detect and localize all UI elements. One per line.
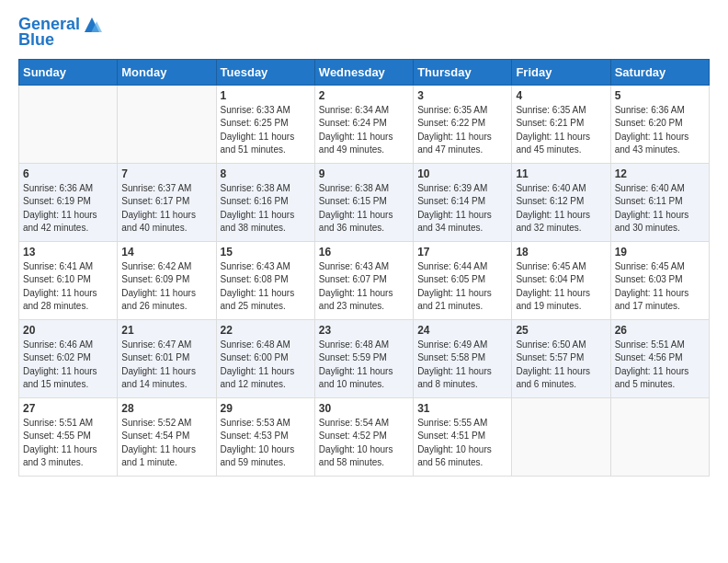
calendar-cell: [512, 397, 610, 476]
calendar-cell: 9Sunrise: 6:38 AM Sunset: 6:15 PM Daylig…: [314, 163, 413, 241]
calendar-cell: 16Sunrise: 6:43 AM Sunset: 6:07 PM Dayli…: [314, 241, 413, 319]
calendar-cell: 6Sunrise: 6:36 AM Sunset: 6:19 PM Daylig…: [19, 163, 118, 241]
day-info: Sunrise: 6:37 AM Sunset: 6:17 PM Dayligh…: [121, 183, 196, 234]
day-number: 14: [121, 246, 211, 259]
calendar-cell: 26Sunrise: 5:51 AM Sunset: 4:56 PM Dayli…: [610, 319, 709, 397]
day-number: 18: [516, 246, 606, 259]
calendar-cell: 30Sunrise: 5:54 AM Sunset: 4:52 PM Dayli…: [314, 397, 413, 476]
day-number: 10: [417, 167, 507, 180]
day-info: Sunrise: 6:48 AM Sunset: 5:59 PM Dayligh…: [319, 339, 393, 390]
day-number: 16: [319, 246, 409, 259]
day-info: Sunrise: 6:43 AM Sunset: 6:07 PM Dayligh…: [319, 261, 393, 312]
day-number: 28: [121, 402, 211, 415]
header: General Blue: [18, 15, 710, 50]
calendar-cell: 4Sunrise: 6:35 AM Sunset: 6:21 PM Daylig…: [512, 85, 610, 163]
day-info: Sunrise: 5:52 AM Sunset: 4:54 PM Dayligh…: [121, 418, 196, 468]
day-number: 17: [417, 246, 507, 259]
logo-icon: [82, 15, 102, 35]
day-number: 21: [121, 324, 211, 337]
calendar-cell: 23Sunrise: 6:48 AM Sunset: 5:59 PM Dayli…: [314, 319, 413, 397]
day-info: Sunrise: 5:51 AM Sunset: 4:55 PM Dayligh…: [23, 418, 97, 468]
day-info: Sunrise: 6:48 AM Sunset: 6:00 PM Dayligh…: [221, 339, 295, 390]
day-info: Sunrise: 6:46 AM Sunset: 6:02 PM Dayligh…: [23, 339, 97, 390]
day-number: 9: [319, 167, 409, 180]
day-info: Sunrise: 6:42 AM Sunset: 6:09 PM Dayligh…: [121, 261, 196, 312]
calendar-cell: 29Sunrise: 5:53 AM Sunset: 4:53 PM Dayli…: [216, 397, 314, 476]
day-number: 4: [516, 89, 606, 102]
calendar-cell: 2Sunrise: 6:34 AM Sunset: 6:24 PM Daylig…: [314, 85, 413, 163]
day-info: Sunrise: 5:51 AM Sunset: 4:56 PM Dayligh…: [615, 339, 689, 390]
day-number: 19: [615, 246, 705, 259]
calendar-cell: 11Sunrise: 6:40 AM Sunset: 6:12 PM Dayli…: [512, 163, 610, 241]
calendar-week-row: 6Sunrise: 6:36 AM Sunset: 6:19 PM Daylig…: [19, 163, 710, 241]
calendar-cell: 18Sunrise: 6:45 AM Sunset: 6:04 PM Dayli…: [512, 241, 610, 319]
page: General Blue SundayMondayTuesdayWednesda…: [0, 0, 728, 563]
day-info: Sunrise: 6:45 AM Sunset: 6:04 PM Dayligh…: [516, 261, 590, 312]
calendar-cell: 1Sunrise: 6:33 AM Sunset: 6:25 PM Daylig…: [216, 85, 314, 163]
calendar-week-row: 13Sunrise: 6:41 AM Sunset: 6:10 PM Dayli…: [19, 241, 710, 319]
weekday-header-friday: Friday: [512, 59, 610, 85]
day-number: 2: [319, 89, 409, 102]
calendar-cell: 27Sunrise: 5:51 AM Sunset: 4:55 PM Dayli…: [19, 397, 118, 476]
day-info: Sunrise: 6:44 AM Sunset: 6:05 PM Dayligh…: [417, 261, 492, 312]
calendar-cell: 19Sunrise: 6:45 AM Sunset: 6:03 PM Dayli…: [610, 241, 709, 319]
calendar-cell: 3Sunrise: 6:35 AM Sunset: 6:22 PM Daylig…: [414, 85, 512, 163]
day-info: Sunrise: 6:33 AM Sunset: 6:25 PM Dayligh…: [221, 105, 295, 155]
day-number: 25: [516, 324, 606, 337]
day-number: 23: [319, 324, 409, 337]
day-number: 8: [221, 167, 311, 180]
day-number: 15: [221, 246, 311, 259]
day-number: 3: [417, 89, 507, 102]
calendar-cell: 7Sunrise: 6:37 AM Sunset: 6:17 PM Daylig…: [118, 163, 216, 241]
calendar-cell: [118, 85, 216, 163]
calendar-cell: 12Sunrise: 6:40 AM Sunset: 6:11 PM Dayli…: [610, 163, 709, 241]
day-number: 11: [516, 167, 606, 180]
calendar-cell: 28Sunrise: 5:52 AM Sunset: 4:54 PM Dayli…: [118, 397, 216, 476]
calendar-cell: [19, 85, 118, 163]
day-number: 22: [221, 324, 311, 337]
calendar-cell: 21Sunrise: 6:47 AM Sunset: 6:01 PM Dayli…: [118, 319, 216, 397]
day-info: Sunrise: 6:40 AM Sunset: 6:12 PM Dayligh…: [516, 183, 590, 234]
day-info: Sunrise: 6:49 AM Sunset: 5:58 PM Dayligh…: [417, 339, 492, 390]
calendar-cell: 14Sunrise: 6:42 AM Sunset: 6:09 PM Dayli…: [118, 241, 216, 319]
day-info: Sunrise: 6:38 AM Sunset: 6:16 PM Dayligh…: [221, 183, 295, 234]
day-info: Sunrise: 6:36 AM Sunset: 6:19 PM Dayligh…: [23, 183, 97, 234]
weekday-header-row: SundayMondayTuesdayWednesdayThursdayFrid…: [19, 59, 710, 85]
weekday-header-sunday: Sunday: [19, 59, 118, 85]
weekday-header-wednesday: Wednesday: [314, 59, 413, 85]
calendar-cell: 31Sunrise: 5:55 AM Sunset: 4:51 PM Dayli…: [414, 397, 512, 476]
calendar-table: SundayMondayTuesdayWednesdayThursdayFrid…: [18, 59, 710, 477]
day-number: 24: [417, 324, 507, 337]
day-info: Sunrise: 6:45 AM Sunset: 6:03 PM Dayligh…: [615, 261, 689, 312]
weekday-header-tuesday: Tuesday: [216, 59, 314, 85]
logo: General Blue: [18, 15, 102, 50]
calendar-cell: 13Sunrise: 6:41 AM Sunset: 6:10 PM Dayli…: [19, 241, 118, 319]
day-info: Sunrise: 6:36 AM Sunset: 6:20 PM Dayligh…: [615, 105, 689, 155]
calendar-cell: 25Sunrise: 6:50 AM Sunset: 5:57 PM Dayli…: [512, 319, 610, 397]
calendar-cell: 8Sunrise: 6:38 AM Sunset: 6:16 PM Daylig…: [216, 163, 314, 241]
day-number: 27: [23, 402, 113, 415]
calendar-cell: [610, 397, 709, 476]
calendar-cell: 5Sunrise: 6:36 AM Sunset: 6:20 PM Daylig…: [610, 85, 709, 163]
calendar-cell: 22Sunrise: 6:48 AM Sunset: 6:00 PM Dayli…: [216, 319, 314, 397]
weekday-header-monday: Monday: [118, 59, 216, 85]
weekday-header-saturday: Saturday: [610, 59, 709, 85]
day-info: Sunrise: 5:54 AM Sunset: 4:52 PM Dayligh…: [319, 418, 393, 468]
calendar-header: SundayMondayTuesdayWednesdayThursdayFrid…: [19, 59, 710, 85]
day-info: Sunrise: 6:35 AM Sunset: 6:21 PM Dayligh…: [516, 105, 590, 155]
calendar-week-row: 20Sunrise: 6:46 AM Sunset: 6:02 PM Dayli…: [19, 319, 710, 397]
calendar-cell: 20Sunrise: 6:46 AM Sunset: 6:02 PM Dayli…: [19, 319, 118, 397]
day-info: Sunrise: 6:47 AM Sunset: 6:01 PM Dayligh…: [121, 339, 196, 390]
day-number: 29: [221, 402, 311, 415]
calendar-cell: 15Sunrise: 6:43 AM Sunset: 6:08 PM Dayli…: [216, 241, 314, 319]
day-info: Sunrise: 6:41 AM Sunset: 6:10 PM Dayligh…: [23, 261, 97, 312]
day-number: 7: [121, 167, 211, 180]
day-number: 13: [23, 246, 113, 259]
day-info: Sunrise: 6:35 AM Sunset: 6:22 PM Dayligh…: [417, 105, 492, 155]
day-number: 31: [417, 402, 507, 415]
calendar-cell: 17Sunrise: 6:44 AM Sunset: 6:05 PM Dayli…: [414, 241, 512, 319]
day-info: Sunrise: 6:39 AM Sunset: 6:14 PM Dayligh…: [417, 183, 492, 234]
day-info: Sunrise: 6:50 AM Sunset: 5:57 PM Dayligh…: [516, 339, 590, 390]
calendar-body: 1Sunrise: 6:33 AM Sunset: 6:25 PM Daylig…: [19, 85, 710, 476]
day-number: 20: [23, 324, 113, 337]
